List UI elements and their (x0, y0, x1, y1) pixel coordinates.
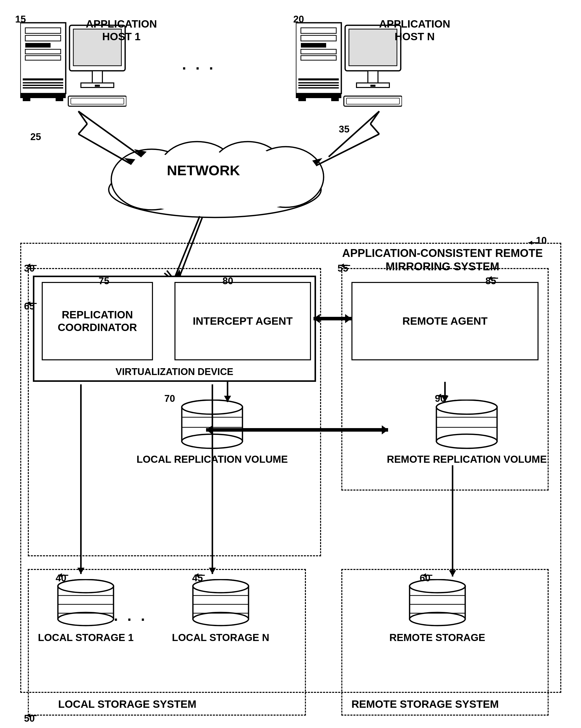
remote-replication-volume-cylinder (434, 399, 500, 450)
local-storage-n-wrap: LOCAL STORAGE N (172, 579, 269, 644)
svg-point-87 (437, 434, 497, 448)
intercept-remote-arrow (311, 309, 354, 329)
remote-storage-wrap: REMOTE STORAGE (389, 579, 485, 644)
arrow-50 (22, 708, 42, 721)
local-storage-system-label: LOCAL STORAGE SYSTEM (58, 698, 196, 710)
ellipsis-storages: . . . (114, 607, 148, 624)
svg-marker-71 (340, 263, 344, 267)
arrow-coord-to-storage (73, 384, 88, 581)
svg-point-122 (410, 613, 465, 626)
local-storage-n-label: LOCAL STORAGE N (172, 631, 269, 644)
replication-coordinator-box: REPLICATION COORDINATOR (42, 282, 153, 360)
diagram: 15 20 APPLICATION HOST 1 (0, 0, 581, 728)
num-75: 75 (99, 276, 109, 286)
svg-marker-78 (345, 314, 351, 323)
svg-marker-132 (209, 568, 216, 574)
intercept-agent-box: INTERCEPT AGENT (175, 282, 311, 360)
remote-storage-cylinder (407, 579, 468, 628)
svg-marker-128 (422, 573, 426, 577)
svg-marker-96 (442, 396, 449, 402)
local-storage-n-cylinder (190, 579, 251, 628)
svg-marker-73 (27, 302, 30, 306)
arrow-coord-to-storage-n (205, 384, 220, 581)
svg-marker-77 (314, 314, 320, 323)
num-80: 80 (222, 276, 233, 286)
replication-volumes-arrow (204, 420, 391, 440)
remote-replication-volume-wrap: REMOTE REPLICATION VOLUME (387, 399, 547, 465)
intercept-agent-label: INTERCEPT AGENT (193, 315, 292, 328)
svg-marker-110 (58, 573, 62, 577)
arrow-40 (53, 568, 73, 580)
svg-marker-134 (449, 570, 456, 576)
arrow-55 (335, 258, 355, 270)
remote-agent-label: REMOTE AGENT (402, 315, 488, 328)
svg-marker-119 (195, 573, 199, 577)
remote-storage-label: REMOTE STORAGE (389, 631, 485, 644)
local-storage-1-cylinder (55, 579, 116, 628)
svg-marker-69 (27, 263, 30, 267)
num-70: 70 (164, 393, 175, 404)
arrow-remote-agent-to-remote-vol (438, 382, 453, 407)
virt-device-label: VIRTUALIZATION DEVICE (115, 366, 233, 378)
arrow-85 (483, 270, 503, 283)
svg-marker-94 (224, 396, 231, 402)
local-storage-1-label: LOCAL STORAGE 1 (38, 631, 134, 644)
arrow-remote-vol-to-storage (445, 465, 460, 584)
arrow-intercept-to-local-vol (220, 382, 235, 407)
svg-marker-101 (27, 713, 30, 718)
remote-replication-volume-label: REMOTE REPLICATION VOLUME (387, 453, 547, 465)
svg-marker-99 (382, 425, 388, 435)
remote-agent-box: REMOTE AGENT (351, 282, 538, 360)
svg-marker-75 (488, 276, 492, 280)
remote-storage-system-label: REMOTE STORAGE SYSTEM (351, 698, 499, 710)
arrow-60 (417, 568, 438, 580)
svg-point-113 (193, 613, 248, 626)
svg-marker-130 (77, 568, 84, 574)
replication-coordinator-label: REPLICATION COORDINATOR (43, 309, 152, 334)
arrow-65 (22, 296, 42, 309)
arrow-30 (22, 258, 42, 270)
svg-point-104 (58, 613, 113, 626)
